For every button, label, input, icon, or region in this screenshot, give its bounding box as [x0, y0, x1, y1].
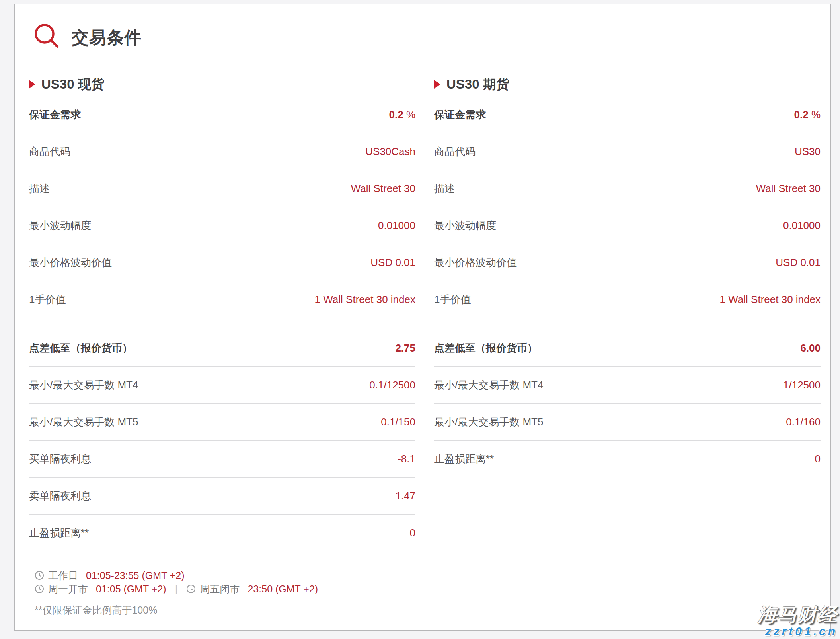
table-row: 最小价格波动价值USD 0.01: [29, 244, 415, 281]
trading-conditions-card: 交易条件 US30 现货 保证金需求0.2 %商品代码US30Cash描述Wal…: [14, 4, 831, 631]
row-value: 2.75: [395, 342, 415, 354]
section-header-us30-spot[interactable]: US30 现货: [29, 76, 415, 92]
spec-table-spot: 保证金需求0.2 %商品代码US30Cash描述Wall Street 30最小…: [29, 96, 415, 318]
row-label: 描述: [434, 182, 455, 196]
hours-label: 工作日: [48, 569, 78, 582]
table-row: 卖单隔夜利息1.47: [29, 478, 415, 515]
row-label: 止盈损距离**: [29, 526, 89, 540]
row-label: 买单隔夜利息: [29, 452, 91, 466]
hours-time: 01:05 (GMT +2): [96, 583, 166, 595]
row-value: 1.47: [395, 490, 415, 502]
row-label: 最小价格波动价值: [29, 256, 112, 270]
page-header: 交易条件: [33, 24, 830, 52]
row-label: 保证金需求: [29, 108, 81, 122]
row-label: 最小波动幅度: [29, 219, 91, 233]
row-label: 商品代码: [29, 145, 70, 159]
table-row: 1手价值1 Wall Street 30 index: [434, 281, 821, 318]
row-label: 点差低至（报价货币）: [434, 341, 538, 355]
row-value: 6.00: [800, 342, 821, 354]
row-value: 1 Wall Street 30 index: [315, 293, 415, 306]
table-row: 止盈损距离**0: [434, 441, 821, 477]
row-label: 保证金需求: [434, 108, 486, 122]
row-value: 0.1/160: [786, 416, 821, 428]
table-row: 最小波动幅度0.01000: [434, 207, 821, 244]
row-value: 1/12500: [783, 379, 821, 391]
row-label: 描述: [29, 182, 50, 196]
trading-hours-line: 工作日01:05-23:55 (GMT +2): [35, 569, 830, 582]
table-row: 描述Wall Street 30: [434, 170, 821, 207]
row-label: 最小价格波动价值: [434, 256, 517, 270]
table-row: 1手价值1 Wall Street 30 index: [29, 281, 415, 318]
arrow-right-icon: [434, 80, 440, 89]
table-row: 点差低至（报价货币）2.75: [29, 330, 415, 367]
row-label: 点差低至（报价货币）: [29, 341, 133, 355]
row-label: 最小波动幅度: [434, 219, 496, 233]
hours-label: 周五闭市: [200, 583, 240, 596]
trading-hours-segment: 周一开市01:05 (GMT +2): [35, 583, 166, 596]
table-row: 最小波动幅度0.01000: [29, 207, 415, 244]
row-label: 1手价值: [29, 293, 66, 307]
trading-hours-segment: 工作日01:05-23:55 (GMT +2): [35, 569, 185, 582]
page-title: 交易条件: [72, 26, 142, 49]
spec-table-futures: 保证金需求0.2 %商品代码US30描述Wall Street 30最小波动幅度…: [434, 96, 821, 318]
row-value: USD 0.01: [776, 256, 821, 269]
table-row: 商品代码US30Cash: [29, 133, 415, 170]
row-label: 商品代码: [434, 145, 476, 159]
trading-hours-footer: 工作日01:05-23:55 (GMT +2)周一开市01:05 (GMT +2…: [35, 569, 830, 596]
hours-time: 01:05-23:55 (GMT +2): [86, 570, 185, 581]
hours-label: 周一开市: [48, 583, 88, 596]
row-value: 1 Wall Street 30 index: [720, 293, 821, 306]
row-value: US30Cash: [365, 146, 415, 158]
site-watermark: 海马财经 zzrt01.cn: [758, 605, 838, 637]
row-label: 最小/最大交易手数 MT4: [29, 378, 138, 392]
row-label: 止盈损距离**: [434, 452, 494, 466]
row-value: 0: [410, 527, 415, 539]
row-value: US30: [795, 146, 821, 158]
row-value: 0: [815, 453, 821, 465]
trading-table-futures: 点差低至（报价货币）6.00最小/最大交易手数 MT41/12500最小/最大交…: [434, 330, 821, 477]
instrument-columns: US30 现货 保证金需求0.2 %商品代码US30Cash描述Wall Str…: [29, 76, 821, 551]
table-row: 点差低至（报价货币）6.00: [434, 330, 821, 367]
section-title: US30 现货: [41, 76, 104, 93]
clock-icon: [186, 584, 196, 594]
column-us30-futures: US30 期货 保证金需求0.2 %商品代码US30描述Wall Street …: [434, 76, 821, 551]
table-row: 描述Wall Street 30: [29, 170, 415, 207]
row-value: 0.1/12500: [369, 379, 415, 391]
row-value: USD 0.01: [370, 256, 415, 269]
footer-divider: |: [175, 583, 178, 595]
table-row: 商品代码US30: [434, 133, 821, 170]
page: { "header": { "title": "交易条件" }, "column…: [0, 0, 840, 639]
row-value: Wall Street 30: [756, 183, 821, 195]
table-row: 最小/最大交易手数 MT41/12500: [434, 367, 821, 404]
magnifier-icon: [33, 23, 61, 53]
section-header-us30-futures[interactable]: US30 期货: [434, 76, 821, 92]
row-value: -8.1: [398, 453, 415, 465]
section-title: US30 期货: [446, 76, 509, 93]
row-value: 0.2 %: [794, 109, 821, 121]
row-label: 最小/最大交易手数 MT5: [29, 415, 138, 429]
table-row: 止盈损距离**0: [29, 515, 415, 551]
trading-hours-segment: 周五闭市23:50 (GMT +2): [186, 583, 318, 596]
table-row: 最小/最大交易手数 MT50.1/160: [434, 404, 821, 441]
table-row: 买单隔夜利息-8.1: [29, 441, 415, 478]
table-row: 保证金需求0.2 %: [29, 96, 415, 133]
margin-note: **仅限保证金比例高于100%: [35, 604, 830, 617]
trading-hours-line: 周一开市01:05 (GMT +2)|周五闭市23:50 (GMT +2): [35, 582, 830, 596]
clock-icon: [35, 584, 44, 594]
arrow-right-icon: [29, 80, 35, 89]
table-row: 最小/最大交易手数 MT50.1/150: [29, 404, 415, 441]
row-label: 卖单隔夜利息: [29, 489, 91, 503]
trading-table-spot: 点差低至（报价货币）2.75最小/最大交易手数 MT40.1/12500最小/最…: [29, 330, 415, 551]
watermark-brand: 海马财经: [758, 605, 838, 624]
clock-icon: [35, 571, 44, 580]
table-row: 保证金需求0.2 %: [434, 96, 821, 133]
watermark-url-link[interactable]: zzrt01.cn: [765, 625, 838, 637]
row-value: 0.01000: [783, 219, 821, 232]
table-row: 最小价格波动价值USD 0.01: [434, 244, 821, 281]
row-label: 最小/最大交易手数 MT4: [434, 378, 543, 392]
hours-time: 23:50 (GMT +2): [248, 583, 318, 595]
row-value: 0.1/150: [381, 416, 415, 428]
row-label: 1手价值: [434, 293, 471, 307]
column-us30-spot: US30 现货 保证金需求0.2 %商品代码US30Cash描述Wall Str…: [29, 76, 415, 551]
row-value: 0.01000: [378, 219, 415, 232]
